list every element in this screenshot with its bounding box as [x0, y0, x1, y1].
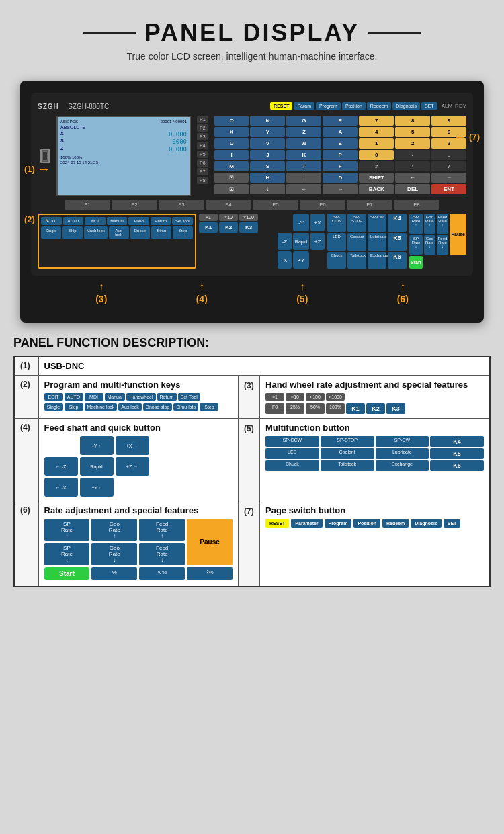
key-0[interactable]: 0	[359, 150, 394, 160]
tbl-z-neg[interactable]: ← -Z	[44, 457, 78, 476]
sp-rate-down[interactable]: SP Rate ↓	[409, 235, 423, 255]
key-sq2[interactable]: ⊡	[214, 184, 249, 194]
tbl-exchange[interactable]: Exchange	[376, 460, 429, 471]
simula-key[interactable]: Simu	[151, 226, 171, 239]
key-right[interactable]: →	[431, 173, 466, 183]
coolant-btn[interactable]: Coolant	[347, 233, 366, 250]
tbl-pct-2[interactable]: ∿%	[139, 567, 185, 580]
tbl-k1[interactable]: K1	[346, 403, 365, 414]
rapid-btn[interactable]: Rapid	[293, 233, 309, 250]
key-shift[interactable]: SHIFT	[359, 173, 394, 183]
tbl-handwheel[interactable]: Handwheel	[126, 393, 155, 401]
tbl-y-pos[interactable]: +Y ↓	[80, 478, 114, 497]
tbl-reset[interactable]: RESET	[265, 519, 289, 528]
tbl-dnose[interactable]: Dnose stop	[143, 403, 172, 411]
k3-btn[interactable]: K3	[239, 222, 258, 233]
key-5[interactable]: 5	[395, 127, 430, 137]
tbl-edit[interactable]: EDIT	[44, 393, 63, 401]
tbl-start-btn[interactable]: Start	[44, 567, 90, 580]
hw-x100[interactable]: ×100	[239, 214, 258, 221]
tbl-goo-rate-down[interactable]: Goo Rate ↓	[91, 543, 137, 565]
tbl-position[interactable]: Position	[353, 519, 380, 528]
tbl-mdi[interactable]: MDI	[85, 393, 103, 401]
tbl-tailstock[interactable]: Tailstock	[321, 460, 374, 471]
f8[interactable]: F8	[394, 200, 439, 210]
feed-y-neg[interactable]: -Y	[293, 214, 309, 231]
step-key[interactable]: Step	[173, 226, 193, 239]
k4-btn[interactable]: K4	[388, 214, 407, 232]
key-V[interactable]: V	[250, 138, 285, 149]
p6-btn[interactable]: P6	[197, 159, 208, 167]
tbl-diagnosis[interactable]: Diagnosis	[411, 519, 441, 528]
feed-z-pos[interactable]: +Z	[310, 233, 325, 250]
tbl-x-pos[interactable]: +X →	[116, 436, 149, 455]
key-M[interactable]: M	[214, 161, 249, 171]
f1[interactable]: F1	[65, 200, 110, 210]
f7[interactable]: F7	[347, 200, 392, 210]
key-K[interactable]: K	[286, 150, 321, 160]
tbl-step[interactable]: Step	[200, 403, 218, 411]
tbl-redeem[interactable]: Redeem	[382, 519, 409, 528]
chuck-btn[interactable]: Chuck	[327, 252, 346, 269]
tbl-coolant[interactable]: Coolant	[321, 448, 374, 459]
tbl-return[interactable]: Return	[157, 393, 177, 401]
key-H[interactable]: H	[250, 173, 285, 183]
exchange-btn[interactable]: Exchange	[368, 252, 386, 269]
key-O[interactable]: O	[214, 116, 249, 126]
key-left[interactable]: ←	[395, 173, 430, 183]
key-N[interactable]: N	[250, 116, 285, 126]
hw-x10[interactable]: ×10	[219, 214, 238, 221]
skip-key[interactable]: Skip	[62, 226, 83, 239]
key-E[interactable]: E	[323, 138, 358, 149]
key-I[interactable]: I	[214, 150, 249, 160]
key-U[interactable]: U	[214, 138, 249, 149]
tbl-parameter[interactable]: Parameter	[291, 519, 322, 528]
f5[interactable]: F5	[253, 200, 298, 210]
tbl-k3[interactable]: K3	[386, 403, 405, 414]
key-bs[interactable]: \	[395, 161, 430, 171]
key-Z[interactable]: Z	[286, 127, 321, 137]
p2-btn[interactable]: P2	[197, 124, 208, 132]
tbl-sp-ccw[interactable]: SP-CCW	[265, 436, 319, 447]
p8-btn[interactable]: P8	[197, 177, 208, 184]
tbl-settool[interactable]: Set Tool	[178, 393, 200, 401]
tbl-sp-rate-down[interactable]: SP Rate ↓	[44, 543, 90, 565]
redeem-btn[interactable]: Redeem	[367, 102, 391, 110]
tbl-rapid[interactable]: Rapid	[80, 457, 114, 476]
tbl-feed-rate-up[interactable]: Feed Rate ↑	[139, 519, 185, 541]
tbl-k4[interactable]: K4	[430, 436, 484, 447]
goo-rate-up[interactable]: Goo Rate ↑	[424, 214, 435, 234]
hw-x1[interactable]: ×1	[199, 214, 218, 221]
lubricate-btn[interactable]: Lubricate	[368, 233, 386, 250]
tbl-chuck[interactable]: Chuck	[265, 460, 319, 471]
key-P[interactable]: P	[323, 150, 358, 160]
key-4[interactable]: 4	[359, 127, 394, 137]
tbl-program[interactable]: Program	[325, 519, 352, 528]
feed-rate-up[interactable]: Feed Rate ↑	[437, 214, 449, 234]
start-btn[interactable]: Start	[409, 256, 423, 269]
tbl-100pct[interactable]: 100%	[326, 403, 345, 414]
key-A[interactable]: A	[323, 127, 358, 137]
tbl-25pct[interactable]: 25%	[286, 403, 304, 414]
tbl-single[interactable]: Single	[44, 403, 63, 411]
key-F[interactable]: F	[323, 161, 358, 171]
k2-btn[interactable]: K2	[219, 222, 238, 233]
diagnosis-btn[interactable]: Diagnosis	[392, 102, 420, 110]
set-btn[interactable]: SET	[421, 102, 437, 110]
tbl-pct-1[interactable]: %	[91, 567, 137, 580]
tbl-k2[interactable]: K2	[366, 403, 385, 414]
key-2[interactable]: 2	[395, 138, 430, 149]
led-btn[interactable]: LED	[327, 233, 346, 250]
key-sq[interactable]: ⊡	[214, 173, 249, 183]
key-left2[interactable]: ←	[286, 184, 321, 194]
key-Y[interactable]: Y	[250, 127, 285, 137]
key-W[interactable]: W	[286, 138, 321, 149]
f3[interactable]: F3	[159, 200, 204, 210]
tbl-k6[interactable]: K6	[430, 460, 484, 471]
key-8[interactable]: 8	[395, 116, 430, 126]
p5-btn[interactable]: P5	[197, 151, 208, 158]
param-btn[interactable]: Param	[294, 102, 314, 110]
f4[interactable]: F4	[206, 200, 251, 210]
auxlock-key[interactable]: Aux lock	[109, 226, 129, 239]
p4-btn[interactable]: P4	[197, 142, 208, 149]
